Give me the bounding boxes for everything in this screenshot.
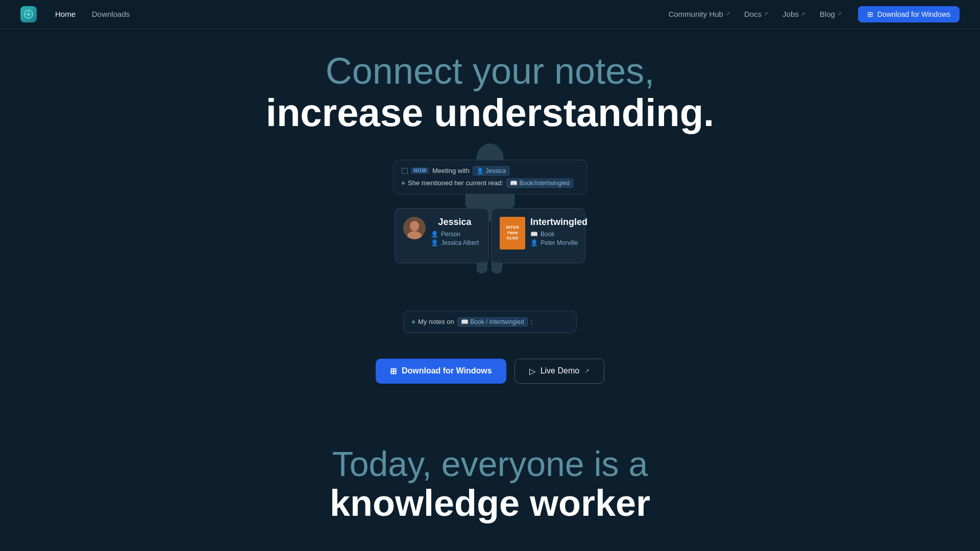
demo-area: NOW Meeting with 👤 Jessica She mentioned… <box>373 155 607 338</box>
external-icon: ↗ <box>725 11 730 17</box>
windows-icon: ⊞ <box>390 366 397 376</box>
person-entity-card: Jessica 👤 Person 👤 Jessica Albert <box>395 208 489 263</box>
person-info: Jessica 👤 Person 👤 Jessica Albert <box>431 217 479 248</box>
bottom-colon: : <box>531 318 533 325</box>
note-meeting-text: Meeting with <box>432 167 470 174</box>
nav-docs[interactable]: Docs ↗ <box>738 7 774 21</box>
cta-row: ⊞ Download for Windows ▷ Live Demo ↗ <box>0 359 980 414</box>
person-type-tag: 👤 Person <box>431 231 479 238</box>
note-mentioned-text: She mentioned her current read: <box>408 179 503 187</box>
nav-jobs[interactable]: Jobs ↗ <box>776 7 812 21</box>
live-demo-button[interactable]: ▷ Live Demo ↗ <box>514 359 604 384</box>
hero-section: Connect your notes, increase understandi… <box>0 0 980 414</box>
person-card-header: Jessica 👤 Person 👤 Jessica Albert <box>403 217 480 248</box>
book-name: Intertwingled <box>530 217 587 228</box>
svg-point-1 <box>27 13 30 16</box>
book-link[interactable]: 📖 Book/Intertwingled <box>506 179 573 188</box>
top-note-card: NOW Meeting with 👤 Jessica She mentioned… <box>393 160 587 194</box>
person-also-tag: 👤 Jessica Albert <box>431 239 479 246</box>
bottom-section: Today, everyone is a knowledge worker <box>0 414 980 544</box>
person-icon-3: 👤 <box>530 239 538 246</box>
nav-downloads[interactable]: Downloads <box>86 7 136 21</box>
note-row-1: NOW Meeting with 👤 Jessica <box>402 166 578 176</box>
nav-community-hub[interactable]: Community Hub ↗ <box>662 7 736 21</box>
book-entity-card: INTERTWINGLED Intertwingled 📖 Book 👤 Pet… <box>491 208 585 263</box>
logo-icon <box>20 6 37 22</box>
bottom-bullet <box>412 320 415 323</box>
note-row-2: She mentioned her current read: 📖 Book/I… <box>402 179 578 188</box>
external-icon-demo: ↗ <box>584 367 590 374</box>
bottom-tagline-1: Today, everyone is a <box>20 445 960 483</box>
book-type-tag: 📖 Book <box>530 231 587 238</box>
hero-tagline-1: Connect your notes, <box>0 51 980 91</box>
book-cover: INTERTWINGLED <box>500 217 525 249</box>
person-icon-2: 👤 <box>431 239 438 246</box>
bottom-note-row: My notes on 📖 Book / Intertwingled : <box>412 317 568 327</box>
svg-point-14 <box>410 221 419 231</box>
bottom-note-card: My notes on 📖 Book / Intertwingled : <box>403 311 577 333</box>
jessica-link[interactable]: 👤 Jessica <box>473 166 509 176</box>
bottom-note-text: My notes on <box>418 318 454 325</box>
download-windows-button[interactable]: ⊞ Download for Windows <box>376 359 506 384</box>
book-icon: 📖 <box>530 231 538 238</box>
play-icon: ▷ <box>529 366 535 376</box>
checkbox <box>402 168 408 174</box>
external-icon-blog: ↗ <box>837 11 842 17</box>
external-icon-docs: ↗ <box>764 11 768 17</box>
external-icon-jobs: ↗ <box>801 11 805 17</box>
nav-download-button[interactable]: ⊞ Download for Windows <box>858 6 960 22</box>
person-name: Jessica <box>431 217 479 228</box>
nav-left: Home Downloads <box>49 7 662 21</box>
now-tag: NOW <box>411 167 429 174</box>
book-author-tag: 👤 Peter Morville <box>530 239 587 246</box>
nav-home[interactable]: Home <box>49 7 82 21</box>
book-info: Intertwingled 📖 Book 👤 Peter Morville <box>530 217 587 248</box>
entity-cards-row: Jessica 👤 Person 👤 Jessica Albert <box>395 208 585 263</box>
hero-tagline-2: increase understanding. <box>0 91 980 134</box>
person-icon: 👤 <box>431 231 438 238</box>
bullet <box>402 182 405 185</box>
windows-icon-nav: ⊞ <box>867 10 873 18</box>
nav-right: Community Hub ↗ Docs ↗ Jobs ↗ Blog ↗ ⊞ D… <box>662 6 960 22</box>
logo[interactable] <box>20 6 37 22</box>
navbar: Home Downloads Community Hub ↗ Docs ↗ Jo… <box>0 0 980 29</box>
nav-blog[interactable]: Blog ↗ <box>814 7 848 21</box>
avatar <box>403 217 426 239</box>
book-cover-text: INTERTWINGLED <box>504 223 521 243</box>
book-card-header: INTERTWINGLED Intertwingled 📖 Book 👤 Pet… <box>500 217 577 249</box>
bottom-tagline-2: knowledge worker <box>20 483 960 523</box>
bottom-book-link[interactable]: 📖 Book / Intertwingled <box>457 317 528 327</box>
